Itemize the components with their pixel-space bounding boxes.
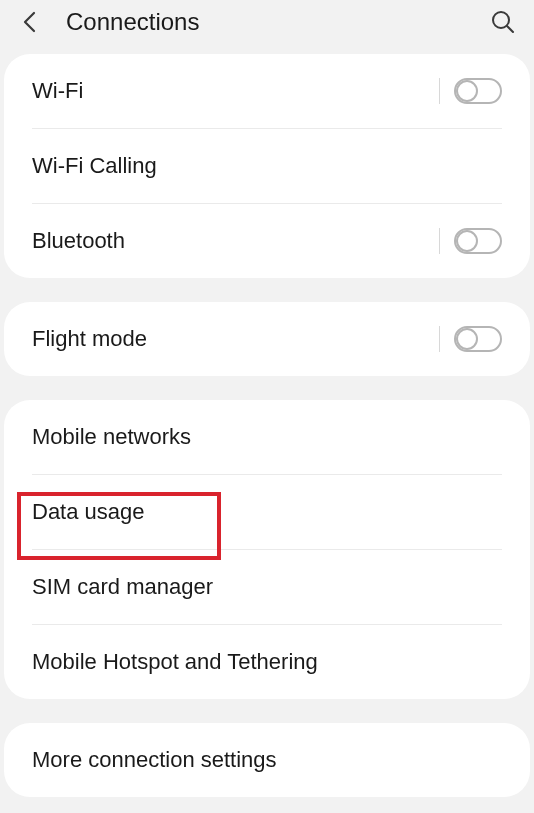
- row-sim-card-manager[interactable]: SIM card manager: [4, 550, 530, 624]
- row-mobile-hotspot[interactable]: Mobile Hotspot and Tethering: [4, 625, 530, 699]
- settings-group: Mobile networks Data usage SIM card mana…: [4, 400, 530, 699]
- toggle-wrap: [439, 326, 502, 352]
- toggle-separator: [439, 78, 440, 104]
- back-button[interactable]: [18, 10, 42, 34]
- settings-page: Connections Wi-Fi Wi-Fi Calling Bluetoot…: [0, 0, 534, 797]
- row-wifi-calling[interactable]: Wi-Fi Calling: [4, 129, 530, 203]
- svg-line-1: [507, 26, 513, 32]
- flight-mode-toggle[interactable]: [454, 326, 502, 352]
- settings-group: More connection settings: [4, 723, 530, 797]
- row-label: Bluetooth: [32, 228, 439, 254]
- header: Connections: [0, 0, 534, 54]
- row-label: SIM card manager: [32, 574, 502, 600]
- wifi-toggle[interactable]: [454, 78, 502, 104]
- search-button[interactable]: [490, 9, 516, 35]
- toggle-knob: [456, 230, 478, 252]
- row-label: Wi-Fi Calling: [32, 153, 502, 179]
- row-label: Wi-Fi: [32, 78, 439, 104]
- toggle-wrap: [439, 228, 502, 254]
- row-flight-mode[interactable]: Flight mode: [4, 302, 530, 376]
- settings-group: Flight mode: [4, 302, 530, 376]
- page-title: Connections: [66, 8, 466, 36]
- settings-group: Wi-Fi Wi-Fi Calling Bluetooth: [4, 54, 530, 278]
- row-label: More connection settings: [32, 747, 502, 773]
- search-icon: [490, 9, 516, 35]
- toggle-wrap: [439, 78, 502, 104]
- row-label: Mobile networks: [32, 424, 502, 450]
- bluetooth-toggle[interactable]: [454, 228, 502, 254]
- row-more-connection-settings[interactable]: More connection settings: [4, 723, 530, 797]
- row-wifi[interactable]: Wi-Fi: [4, 54, 530, 128]
- row-bluetooth[interactable]: Bluetooth: [4, 204, 530, 278]
- chevron-left-icon: [21, 10, 39, 34]
- toggle-separator: [439, 228, 440, 254]
- row-mobile-networks[interactable]: Mobile networks: [4, 400, 530, 474]
- row-label: Data usage: [32, 499, 502, 525]
- row-label: Flight mode: [32, 326, 439, 352]
- toggle-knob: [456, 80, 478, 102]
- toggle-knob: [456, 328, 478, 350]
- row-label: Mobile Hotspot and Tethering: [32, 649, 502, 675]
- toggle-separator: [439, 326, 440, 352]
- row-data-usage[interactable]: Data usage: [4, 475, 530, 549]
